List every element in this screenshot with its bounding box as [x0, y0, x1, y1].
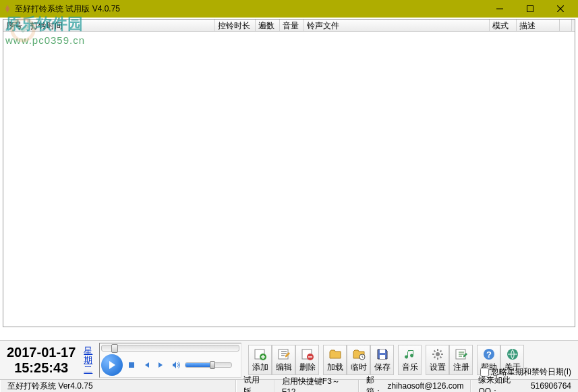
app-icon	[3, 4, 12, 13]
seek-slider[interactable]	[101, 345, 239, 352]
column-header[interactable]: 模式	[490, 20, 517, 31]
music-button[interactable]: 音乐	[398, 345, 422, 375]
volume-slider[interactable]	[185, 362, 232, 368]
schedule-list[interactable]	[3, 32, 575, 327]
add-button[interactable]: 添加	[248, 345, 272, 375]
datetime-block: 2017-01-17 15:25:43	[3, 345, 80, 376]
maximize-button[interactable]	[515, 1, 545, 17]
stop-button[interactable]	[125, 359, 138, 371]
settings-button[interactable]: 设置	[426, 345, 449, 375]
statusbar: 至好打铃系统 Ver4.0.75 试用版 启用快捷键F3～F12 邮箱：zhih…	[0, 379, 578, 392]
status-hotkey: 启用快捷键F3～F12	[274, 380, 359, 392]
column-header[interactable]: 控铃时长	[215, 20, 256, 31]
load-button[interactable]: 加载	[323, 345, 347, 375]
minimize-button[interactable]	[484, 1, 515, 17]
prev-button[interactable]	[140, 359, 152, 371]
column-header[interactable]: 打铃时间	[28, 20, 215, 31]
column-header[interactable]: 铃声文件	[304, 20, 490, 31]
svg-rect-9	[380, 349, 385, 353]
column-header[interactable]: 序号	[3, 20, 28, 31]
register-button[interactable]: 注册	[449, 345, 473, 375]
player	[99, 343, 241, 378]
status-email: 邮箱：zhihaosoft@126.com	[359, 380, 471, 392]
status-app: 至好打铃系统 Ver4.0.75	[0, 380, 236, 392]
status-edition: 试用版	[236, 380, 274, 392]
svg-point-11	[436, 352, 440, 356]
play-button[interactable]	[101, 354, 123, 376]
column-header[interactable]: 音量	[280, 20, 304, 31]
time-text: 15:25:43	[7, 360, 76, 376]
volume-icon[interactable]	[170, 359, 182, 371]
close-button[interactable]	[545, 1, 575, 17]
delete-button[interactable]: 删除	[295, 345, 319, 375]
svg-rect-5	[279, 349, 288, 359]
column-header[interactable]: 描述	[517, 20, 560, 31]
temp-button[interactable]: 临时	[347, 345, 370, 375]
column-header[interactable]: 遍数	[256, 20, 280, 31]
svg-rect-1	[527, 6, 533, 12]
save-button[interactable]: 保存	[370, 345, 394, 375]
column-header[interactable]	[560, 20, 572, 31]
svg-rect-2	[129, 362, 134, 368]
status-qq: 缘来如此 QQ：516906764	[471, 380, 578, 392]
table-header: 序号打铃时间控铃时长遍数音量铃声文件模式描述	[3, 20, 575, 32]
bottom-panel: 2017-01-17 15:25:43 星期二 添加 编辑 删除 加载 临时 保…	[0, 340, 578, 379]
titlebar: 至好打铃系统 试用版 V4.0.75	[0, 0, 578, 18]
date-text: 2017-01-17	[7, 345, 76, 360]
next-button[interactable]	[155, 359, 167, 371]
edit-button[interactable]: 编辑	[272, 345, 295, 375]
svg-rect-10	[380, 355, 385, 359]
svg-text:?: ?	[486, 349, 492, 360]
weekday-link[interactable]: 星期二	[80, 346, 96, 374]
titlebar-text: 至好打铃系统 试用版 V4.0.75	[15, 3, 484, 15]
